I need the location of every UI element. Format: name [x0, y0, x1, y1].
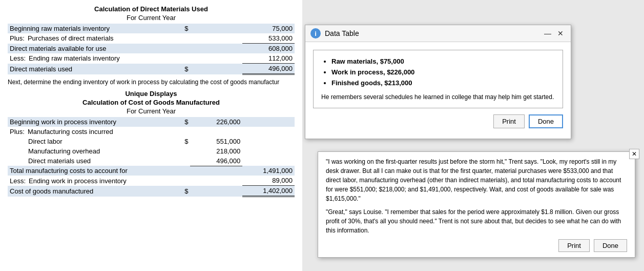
dialog1-print-button[interactable]: Print [493, 114, 525, 128]
dialog-title: Data Table [325, 29, 359, 37]
table-row: Plus:Purchases of direct materials 533,0… [8, 33, 295, 44]
section2-title: Calculation of Cost of Goods Manufacture… [8, 99, 295, 106]
table-row: Cost of goods manufactured $ 1,402,000 [8, 186, 295, 197]
bullet-item-2: Work in process, $226,000 [331, 67, 555, 78]
dialog-body: Raw materials, $75,000 Work in process, … [305, 42, 571, 139]
dialog2-done-button[interactable]: Done [594, 239, 627, 252]
left-panel: Calculation of Direct Materials Used For… [0, 0, 302, 271]
info-icon: i [310, 28, 321, 38]
table-row: Beginning raw materials inventory $ 75,0… [8, 24, 295, 33]
table-row: Manufacturing overhead 218,000 [8, 146, 295, 156]
bullet-item-1: Raw materials, $75,000 [331, 56, 555, 67]
table-row: Beginning work in process inventory $ 22… [8, 117, 295, 127]
dialog-footer: Print Done [313, 114, 563, 131]
table-row: Direct materials used 496,000 [8, 156, 295, 166]
dialog-titlebar: i Data Table — ✕ [305, 25, 571, 42]
dialog2-footer: Print Done [326, 239, 627, 252]
table-row: Plus:Manufacturing costs incurred [8, 127, 295, 137]
cost-of-goods-table: Beginning work in process inventory $ 22… [8, 117, 295, 198]
close-button[interactable]: ✕ [555, 29, 566, 37]
dialog2-paragraph2: "Great," says Louise. "I remember that s… [326, 207, 627, 235]
table-row: Less:Ending work in process inventory 89… [8, 176, 295, 186]
section1-title: Calculation of Direct Materials Used [8, 5, 295, 13]
narrative-text: Next, determine the ending inventory of … [8, 78, 295, 87]
section2-company: Unique Displays [8, 90, 295, 98]
table-row: Total manufacturing costs to account for… [8, 166, 295, 176]
dialog-content-box: Raw materials, $75,000 Work in process, … [313, 50, 563, 108]
dialog2-print-button[interactable]: Print [558, 239, 590, 252]
minimize-button[interactable]: — [542, 29, 553, 37]
table-row: Direct labor $ 551,000 [8, 137, 295, 146]
section1-subtitle: For Current Year [8, 14, 295, 22]
table-row: Direct materials used $ 496,000 [8, 64, 295, 74]
data-table-dialog: i Data Table — ✕ Raw materials, $75,000 … [305, 25, 571, 139]
second-dialog: "I was working on the first-quarter resu… [318, 151, 635, 258]
table-row: Less:Ending raw materials inventory 112,… [8, 53, 295, 64]
side-close-button[interactable]: ✕ [629, 149, 639, 159]
table-row: Direct materials available for use 608,0… [8, 44, 295, 54]
dialog2-paragraph1: "I was working on the first-quarter resu… [326, 157, 627, 203]
bullet-item-3: Finished goods, $213,000 [331, 78, 555, 89]
section2-subtitle: For Current Year [8, 107, 295, 115]
bullet-list: Raw materials, $75,000 Work in process, … [331, 56, 555, 88]
direct-materials-table: Beginning raw materials inventory $ 75,0… [8, 24, 295, 75]
dialog-body-text: He remembers several schedules he learne… [321, 92, 555, 102]
dialog1-done-button[interactable]: Done [529, 114, 563, 128]
dialog-controls: — ✕ [542, 29, 566, 37]
